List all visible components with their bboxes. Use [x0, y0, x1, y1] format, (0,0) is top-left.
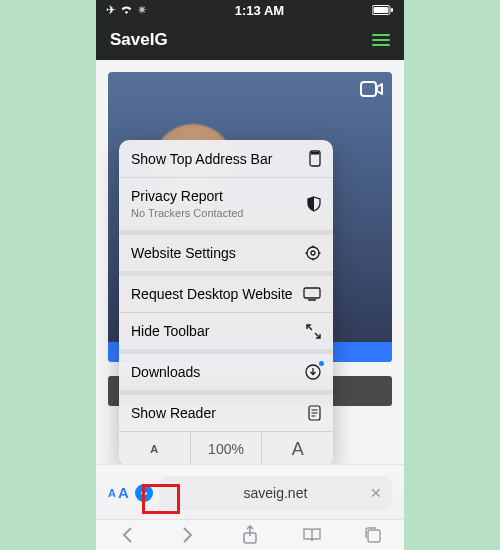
menu-label-wrap: Privacy Report No Trackers Contacted	[131, 188, 244, 220]
hamburger-icon[interactable]	[372, 34, 390, 46]
site-header: SaveIG	[96, 20, 404, 60]
menu-show-reader[interactable]: Show Reader	[119, 395, 333, 431]
ios-status-bar: ✈︎ ✷ 1:13 AM	[96, 0, 404, 20]
menu-website-settings[interactable]: Website Settings	[119, 235, 333, 276]
menu-request-desktop[interactable]: Request Desktop Website	[119, 276, 333, 313]
phone-frame: ✈︎ ✷ 1:13 AM SaveIG Sh	[96, 0, 404, 550]
url-field[interactable]: saveig.net ✕	[159, 476, 392, 510]
menu-label: Show Reader	[131, 405, 216, 421]
battery-icon	[372, 5, 394, 15]
download-circle-icon	[305, 364, 321, 380]
svg-point-7	[311, 251, 315, 255]
phone-top-icon	[309, 150, 321, 167]
svg-rect-12	[304, 288, 320, 298]
svg-rect-1	[374, 7, 389, 13]
aa-big: A	[118, 484, 129, 501]
desktop-icon	[303, 287, 321, 301]
text-size-row: A 100% A	[119, 431, 333, 466]
expand-icon	[306, 324, 321, 339]
video-icon	[360, 80, 384, 98]
aa-small: A	[108, 487, 116, 499]
text-size-increase[interactable]: A	[261, 432, 333, 466]
menu-downloads[interactable]: Downloads	[119, 354, 333, 395]
menu-hide-toolbar[interactable]: Hide Toolbar	[119, 313, 333, 354]
menu-show-top-address-bar[interactable]: Show Top Address Bar	[119, 140, 333, 178]
download-indicator-icon[interactable]	[135, 484, 153, 502]
bookmarks-button[interactable]	[302, 525, 322, 545]
tabs-button[interactable]	[363, 525, 383, 545]
menu-privacy-report[interactable]: Privacy Report No Trackers Contacted	[119, 178, 333, 235]
forward-button[interactable]	[178, 525, 198, 545]
status-time: 1:13 AM	[235, 3, 284, 18]
text-size-value[interactable]: 100%	[190, 432, 262, 466]
svg-rect-20	[368, 530, 380, 542]
safari-url-bar: AA saveig.net ✕	[96, 464, 404, 520]
menu-label: Privacy Report	[131, 188, 223, 204]
svg-point-6	[307, 247, 319, 259]
reader-icon	[308, 405, 321, 421]
menu-sublabel: No Trackers Contacted	[131, 207, 244, 219]
gear-icon	[305, 245, 321, 261]
wifi-icon	[120, 5, 133, 15]
url-host: saveig.net	[243, 485, 307, 501]
site-title: SaveIG	[110, 30, 168, 50]
menu-label: Show Top Address Bar	[131, 151, 272, 167]
status-right	[372, 5, 394, 15]
menu-label: Downloads	[131, 364, 200, 380]
airplane-icon: ✈︎	[106, 3, 116, 17]
back-button[interactable]	[117, 525, 137, 545]
menu-label: Website Settings	[131, 245, 236, 261]
svg-rect-5	[311, 152, 319, 155]
page-settings-popover: Show Top Address Bar Privacy Report No T…	[119, 140, 333, 466]
safari-toolbar	[96, 519, 404, 550]
shield-icon	[307, 196, 321, 212]
text-size-decrease[interactable]: A	[119, 432, 190, 466]
svg-rect-3	[361, 82, 376, 96]
loading-icon: ✷	[137, 3, 147, 17]
svg-rect-2	[391, 8, 393, 12]
close-icon[interactable]: ✕	[370, 485, 382, 501]
share-button[interactable]	[240, 525, 260, 545]
aa-button[interactable]: AA	[108, 484, 129, 501]
status-left: ✈︎ ✷	[106, 3, 147, 17]
menu-label: Request Desktop Website	[131, 286, 293, 302]
menu-label: Hide Toolbar	[131, 323, 209, 339]
